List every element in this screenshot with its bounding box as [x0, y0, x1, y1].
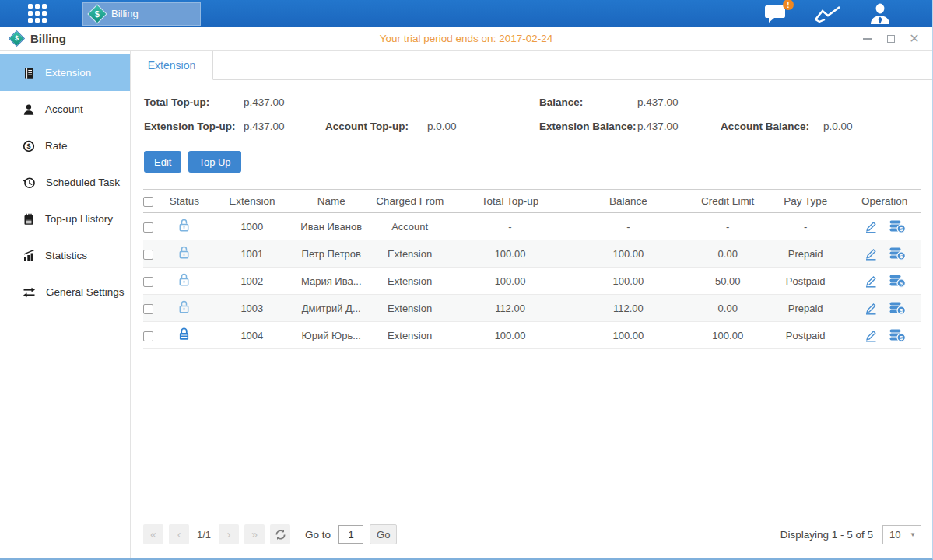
- topup-coins-icon[interactable]: $: [889, 219, 906, 233]
- unlock-icon: [177, 299, 191, 314]
- col-pay-type: Pay Type: [763, 195, 847, 207]
- edit-pencil-icon[interactable]: [863, 275, 879, 288]
- page-indicator: 1/1: [197, 529, 211, 541]
- cell-total-topup: 100.00: [456, 248, 565, 260]
- cell-charged-from: Extension: [364, 275, 456, 287]
- cell-extension: 1004: [205, 330, 299, 341]
- notepad-icon: [23, 213, 35, 226]
- refresh-button[interactable]: [270, 524, 290, 544]
- topup-coins-icon[interactable]: $: [889, 247, 906, 261]
- first-page-button[interactable]: «: [143, 524, 163, 544]
- extension-balance-value: p.437.00: [637, 121, 721, 132]
- cell-extension: 1000: [205, 221, 299, 233]
- col-total-topup: Total Top-up: [456, 195, 565, 207]
- main-content: Extension Total Top-up: p.437.00 Balance…: [131, 51, 932, 558]
- top-up-button[interactable]: Top Up: [188, 151, 240, 173]
- account-topup-value: p.0.00: [427, 121, 539, 132]
- account-balance-value: p.0.00: [823, 121, 853, 132]
- chart-icon[interactable]: [814, 4, 842, 24]
- app-tab-label: Billing: [111, 8, 139, 19]
- status-unlocked[interactable]: [163, 299, 205, 317]
- extension-balance-label: Extension Balance:: [539, 121, 637, 132]
- row-checkbox[interactable]: [143, 304, 153, 314]
- unlock-icon: [177, 245, 191, 260]
- minimize-button[interactable]: [862, 33, 873, 44]
- sidebar-item-topup-history[interactable]: Top-up History: [0, 201, 130, 237]
- chevron-down-icon: ▼: [910, 531, 916, 538]
- cell-charged-from: Extension: [364, 248, 456, 260]
- sidebar-item-general-settings[interactable]: General Settings: [0, 274, 130, 310]
- cell-credit-limit: 0.00: [692, 303, 763, 314]
- cell-pay-type: -: [763, 221, 847, 233]
- last-page-button[interactable]: »: [244, 524, 265, 544]
- edit-button[interactable]: Edit: [144, 151, 181, 173]
- displaying-text: Displaying 1 - 5 of 5: [780, 529, 873, 541]
- status-unlocked[interactable]: [163, 272, 205, 289]
- cell-operation: $: [847, 328, 921, 342]
- status-locked[interactable]: [163, 327, 205, 344]
- top-bar: $ Billing !: [0, 0, 932, 27]
- maximize-button[interactable]: [886, 33, 896, 44]
- row-checkbox[interactable]: [143, 250, 153, 260]
- status-unlocked[interactable]: [163, 245, 205, 262]
- sidebar-item-rate[interactable]: $ Rate: [0, 128, 130, 164]
- total-topup-label: Total Top-up:: [144, 96, 244, 108]
- cell-operation: $: [847, 274, 921, 288]
- topup-coins-icon[interactable]: $: [889, 301, 906, 315]
- app-tab-billing[interactable]: $ Billing: [82, 2, 201, 26]
- row-checkbox[interactable]: [143, 331, 153, 341]
- edit-pencil-icon[interactable]: [863, 329, 879, 342]
- balance-value: p.437.00: [637, 96, 679, 108]
- table-row: 1002Мария Ива...Extension100.00100.0050.…: [143, 268, 921, 295]
- billing-app-window: $ Billing !: [0, 0, 933, 560]
- svg-text:$: $: [900, 253, 903, 260]
- sidebar-item-label: Top-up History: [45, 213, 113, 225]
- edit-pencil-icon[interactable]: [863, 220, 879, 233]
- topbar-right-icons: !: [764, 3, 892, 24]
- cell-extension: 1001: [205, 248, 299, 260]
- row-checkbox[interactable]: [143, 222, 153, 233]
- tab-extension[interactable]: Extension: [131, 51, 213, 80]
- sidebar-item-extension[interactable]: Extension: [0, 54, 130, 91]
- page-size-select[interactable]: 10 ▼: [882, 525, 921, 544]
- cell-total-topup: 100.00: [456, 330, 565, 341]
- sidebar-item-label: Rate: [45, 140, 68, 152]
- user-icon[interactable]: [868, 3, 892, 24]
- goto-page-input[interactable]: [338, 525, 363, 544]
- sidebar-item-account[interactable]: Account: [0, 91, 130, 128]
- messages-icon[interactable]: !: [764, 4, 787, 23]
- col-operation: Operation: [847, 195, 921, 207]
- tab-strip: Extension: [131, 51, 932, 80]
- edit-pencil-icon[interactable]: [863, 247, 879, 261]
- cell-total-topup: -: [456, 221, 565, 233]
- sidebar-item-label: Extension: [45, 67, 91, 79]
- next-page-button[interactable]: ›: [219, 524, 239, 544]
- balance-label: Balance:: [539, 96, 637, 108]
- sidebar-item-statistics[interactable]: Statistics: [0, 237, 130, 274]
- sidebar-item-label: Statistics: [45, 250, 87, 261]
- cell-charged-from: Extension: [364, 330, 456, 341]
- col-extension: Extension: [205, 195, 299, 207]
- prev-page-button[interactable]: ‹: [169, 524, 189, 544]
- svg-text:$: $: [900, 226, 903, 233]
- table-row: 1003Дмитрий Д...Extension112.00112.000.0…: [143, 295, 921, 322]
- sidebar-item-scheduled-task[interactable]: Scheduled Task: [0, 164, 130, 201]
- cell-charged-from: Extension: [364, 303, 456, 314]
- topup-coins-icon[interactable]: $: [889, 274, 906, 288]
- edit-pencil-icon[interactable]: [863, 302, 879, 315]
- sidebar-item-label: Scheduled Task: [46, 177, 120, 188]
- row-checkbox[interactable]: [143, 277, 153, 287]
- clock-history-icon: [23, 177, 36, 189]
- pagination-bar: « ‹ 1/1 › » Go to Go Displaying: [131, 518, 932, 558]
- tab-strip-spacer: [213, 51, 353, 79]
- status-unlocked[interactable]: [163, 218, 205, 235]
- topup-coins-icon[interactable]: $: [889, 328, 906, 342]
- cell-total-topup: 100.00: [456, 275, 565, 287]
- close-button[interactable]: ✕: [909, 33, 920, 44]
- table-row: 1004Юрий Юрь...Extension100.00100.00100.…: [143, 322, 921, 349]
- table-row: 1001Петр ПетровExtension100.00100.000.00…: [143, 240, 921, 268]
- app-launcher-icon[interactable]: [28, 4, 48, 24]
- go-button[interactable]: Go: [370, 524, 397, 544]
- select-all-checkbox[interactable]: [143, 197, 153, 207]
- cell-extension: 1002: [205, 275, 299, 287]
